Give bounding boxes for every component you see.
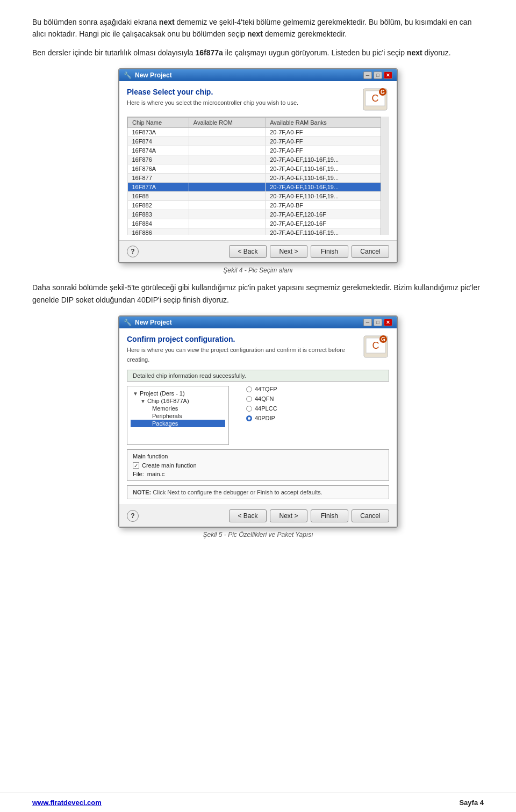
tree-item[interactable]: ▼Chip (16F877A) <box>131 397 225 405</box>
page-footer: www.firatdeveci.com Sayfa 4 <box>0 793 516 812</box>
radio-label: 44TQFP <box>255 386 277 392</box>
main-function-label: Main function <box>133 453 383 459</box>
dialog2: 🔧 New Project ─ □ ✕ Confirm project conf… <box>118 315 398 528</box>
radio-item[interactable]: 44QFN <box>246 396 277 402</box>
dialog2-header-icon: C G <box>362 335 389 358</box>
create-main-checkbox[interactable]: ✓ <box>133 462 139 469</box>
radio-label: 44PLCC <box>255 405 277 412</box>
tree-item-label: Chip (16F877A) <box>147 398 189 404</box>
chip-table-row[interactable]: 16F874A20-7F,A0-FF <box>128 146 389 155</box>
dialog1-title: New Project <box>135 71 172 79</box>
close-button[interactable]: ✕ <box>384 71 392 79</box>
page-number: Sayfa 4 <box>459 799 484 807</box>
paragraph-2: Ben dersler içinde bir tutarlılık olması… <box>32 47 484 59</box>
radio-circle <box>246 415 252 421</box>
chip-table-row[interactable]: 16F8820-7F,A0-EF,110-16F,19... <box>128 192 389 201</box>
chip-table-row[interactable]: 16F88320-7F,A0-EF,120-16F <box>128 210 389 219</box>
note-label: NOTE: <box>133 489 151 495</box>
caption1: Şekil 4 - Pic Seçim alanı <box>32 267 484 274</box>
svg-text:G: G <box>381 89 385 95</box>
radio-circle <box>246 406 252 412</box>
dialog1-subtext: Here is where you select the microcontro… <box>127 98 298 108</box>
dialog2-wrapper: 🔧 New Project ─ □ ✕ Confirm project conf… <box>32 315 484 528</box>
next-bold-3: next <box>407 48 422 57</box>
col-rom: Available ROM <box>189 118 265 128</box>
dialog1-header-icon: C G <box>361 88 389 111</box>
radio-circle <box>246 386 252 392</box>
svg-text:G: G <box>381 336 385 342</box>
chip-table-row[interactable]: 16F88620-7F,A0-EF,110-16F,19... <box>128 228 389 235</box>
close-button-2[interactable]: ✕ <box>384 319 392 326</box>
dialog1: 🔧 New Project ─ □ ✕ Please Select your c… <box>118 68 398 263</box>
scrollbar[interactable] <box>381 117 389 235</box>
radio-label: 40PDIP <box>255 415 275 421</box>
chip-bold: 16f877a <box>195 48 223 57</box>
dialog1-footer: ? < Back Next > Finish Cancel <box>119 240 397 262</box>
chip-table-wrapper: Chip Name Available ROM Available RAM Ba… <box>127 117 389 235</box>
dialog2-title: New Project <box>135 319 172 326</box>
footer-link[interactable]: www.firatdeveci.com <box>32 799 102 807</box>
minimize-button-2[interactable]: ─ <box>363 319 372 326</box>
paragraph-1: Bu bölümden sonra aşağıdaki ekrana next … <box>32 16 484 40</box>
next-bold-2: next <box>247 30 263 38</box>
maximize-button[interactable]: □ <box>374 71 382 79</box>
radio-item[interactable]: 44TQFP <box>246 386 277 392</box>
dialog2-buttons: < Back Next > Finish Cancel <box>229 509 389 522</box>
chip-table-row[interactable]: 16F873A20-7F,A0-FF <box>128 128 389 137</box>
create-main-checkbox-row: ✓ Create main function <box>133 462 383 469</box>
finish-button-2[interactable]: Finish <box>311 509 348 522</box>
maximize-button-2[interactable]: □ <box>374 319 382 326</box>
tree-item[interactable]: ▼Project (Ders - 1) <box>131 390 225 397</box>
chip-table-row[interactable]: 16F87720-7F,A0-EF,110-16F,19... <box>128 174 389 183</box>
dialog1-body: Please Select your chip. Here is where y… <box>119 81 397 240</box>
radio-label: 44QFN <box>255 396 274 402</box>
tree-item[interactable]: Peripherals <box>131 412 225 420</box>
dialog2-subtext: Here is where you can view the project c… <box>127 346 362 364</box>
caption2: Şekil 5 - Pic Özellikleri ve Paket Yapıs… <box>32 531 484 538</box>
tree-item-label: Memories <box>152 405 178 412</box>
radio-group: 44TQFP44QFN44PLCC40PDIP <box>246 386 277 445</box>
project-tree: ▼Project (Ders - 1)▼Chip (16F877A)Memori… <box>127 386 229 445</box>
minimize-button[interactable]: ─ <box>363 71 372 79</box>
file-label: File: <box>133 471 144 477</box>
config-row: ▼Project (Ders - 1)▼Chip (16F877A)Memori… <box>127 386 389 445</box>
note-box: NOTE: Click Next to configure the debugg… <box>127 485 389 499</box>
dialog1-buttons: < Back Next > Finish Cancel <box>229 245 389 258</box>
chip-table: Chip Name Available ROM Available RAM Ba… <box>127 117 389 235</box>
info-box: Detailed chip information read successfu… <box>127 370 389 382</box>
chip-table-row[interactable]: 16F877A20-7F,A0-EF,110-16F,19... <box>128 183 389 192</box>
chip-table-row[interactable]: 16F88220-7F,A0-BF <box>128 201 389 210</box>
back-button-2[interactable]: < Back <box>229 509 267 522</box>
note-text: Click Next to configure the debugger or … <box>153 489 322 495</box>
col-ram: Available RAM Banks <box>266 118 389 128</box>
chip-table-row[interactable]: 16F87620-7F,A0-EF,110-16F,19... <box>128 155 389 164</box>
finish-button-1[interactable]: Finish <box>311 245 348 258</box>
dialog1-wrapper: 🔧 New Project ─ □ ✕ Please Select your c… <box>32 68 484 263</box>
radio-item[interactable]: 40PDIP <box>246 415 277 421</box>
dialog2-title-icon: 🔧 <box>124 319 132 326</box>
next-bold-1: next <box>159 18 175 26</box>
tree-item[interactable]: Packages <box>131 420 225 427</box>
svg-text:C: C <box>372 93 379 104</box>
chip-table-row[interactable]: 16F87420-7F,A0-FF <box>128 137 389 146</box>
radio-item[interactable]: 44PLCC <box>246 405 277 412</box>
help-button-2[interactable]: ? <box>127 510 139 522</box>
dialog2-titlebar: 🔧 New Project ─ □ ✕ <box>119 317 397 328</box>
tree-item-label: Project (Ders - 1) <box>140 390 185 397</box>
chip-table-row[interactable]: 16F88420-7F,A0-EF,120-16F <box>128 219 389 228</box>
dialog2-heading: Confirm project configuration. <box>127 335 362 343</box>
tree-item-label: Packages <box>152 420 178 427</box>
svg-text:C: C <box>372 340 379 351</box>
main-function-box: Main function ✓ Create main function Fil… <box>127 449 389 481</box>
help-button-1[interactable]: ? <box>127 246 139 257</box>
cancel-button-2[interactable]: Cancel <box>352 509 389 522</box>
dialog2-footer: ? < Back Next > Finish Cancel <box>119 505 397 527</box>
next-button-2[interactable]: Next > <box>270 509 307 522</box>
back-button-1[interactable]: < Back <box>229 245 267 258</box>
tree-item[interactable]: Memories <box>131 405 225 412</box>
cancel-button-1[interactable]: Cancel <box>352 245 389 258</box>
paragraph-3: Daha sonraki bölümde şekil-5'te görülece… <box>32 282 484 306</box>
chip-table-row[interactable]: 16F876A20-7F,A0-EF,110-16F,19... <box>128 164 389 174</box>
next-button-1[interactable]: Next > <box>270 245 307 258</box>
dialog1-title-icon: 🔧 <box>124 71 132 79</box>
